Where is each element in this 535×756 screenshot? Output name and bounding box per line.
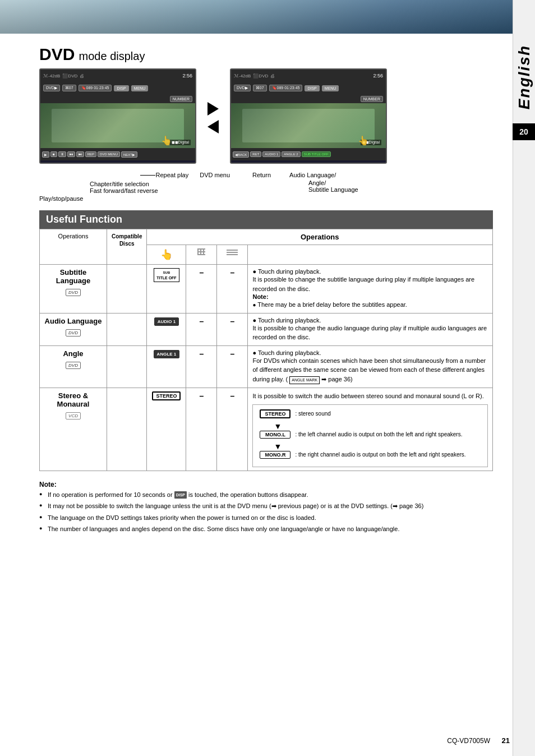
stereo-diagram-badge: STEREO	[260, 409, 290, 418]
screen1-number: NUMBER	[170, 96, 192, 102]
angle-function-name: Angle	[44, 349, 102, 358]
angle1-btn: ANGLE 1	[154, 350, 180, 358]
screen2-header: ℳ-42dB ⬛DVD 🖨 2:56	[231, 70, 386, 82]
table-row-angle: Angle DVD ANGLE 1 – – Touch during playb…	[40, 345, 493, 388]
note-bullet-3: The language on the DVD settings takes p…	[39, 513, 493, 523]
audio-touch-text: Touch during playback.	[252, 317, 488, 324]
monol-desc: : the left channel audio is output on bo…	[295, 431, 462, 439]
screen2-number-row: NUMBER	[231, 94, 386, 103]
screen1-disp-btn: DISP	[114, 85, 128, 91]
screen1-disc-icon: 🖨	[80, 73, 84, 79]
grid-icon	[197, 248, 205, 255]
section-title: DVD mode display	[39, 45, 493, 64]
audio-dvd-badge: DVD	[66, 329, 81, 336]
angle-description: For DVDs which contain scenes which have…	[252, 356, 488, 385]
stereo-op3: –	[217, 388, 248, 471]
angle-btn-container: ANGLE 1	[151, 349, 181, 358]
audio-description: It is possible to change the audio langu…	[252, 324, 488, 342]
operations-header-cell: Operations	[147, 229, 493, 245]
arrow-down-2: ▼	[274, 442, 481, 451]
audio-disc-badge: DVD	[44, 328, 102, 336]
audio-desc: Touch during playback. It is possible to…	[248, 313, 493, 345]
audio-compatible	[107, 313, 147, 345]
stereo-diagram-desc: : stereo sound	[295, 410, 330, 418]
subtitle-btn-container: SUB TITLE OFF	[151, 268, 181, 282]
subtitle-note-bullet: There may be a brief delay before the su…	[252, 300, 488, 310]
disp-inline-btn: DISP	[174, 491, 187, 499]
audio1-btn: AUDIO 1	[154, 317, 179, 326]
angle-mark: ANGLE MARK	[289, 376, 320, 385]
angle-dvd-badge: DVD	[66, 362, 81, 369]
arrow-container	[207, 102, 219, 133]
stereo-row-name: Stereo & Monaural VCD	[40, 388, 107, 471]
touch-indicator: 👆	[161, 135, 172, 146]
stereo-compatible	[107, 388, 147, 471]
monor-diagram-row: MONO.R : the right channel audio is outp…	[260, 451, 481, 459]
screen1-number-row: NUMBER	[40, 94, 195, 103]
right-sidebar: English 20	[513, 0, 535, 756]
screen2-dvd-btn: DVD▶	[234, 85, 251, 91]
subtitle-note-title: Note:	[252, 293, 488, 300]
footer-play: ▶	[42, 151, 49, 158]
screen1-menu-btn: MENU	[131, 85, 149, 91]
table-row-subtitle: Subtitle Language DVD SUB TITLE OFF – – …	[40, 265, 493, 314]
notes-section: Note: If no operation is performed for 1…	[39, 480, 493, 535]
screen1-stat2: ⬛DVD	[62, 73, 77, 79]
compatible-discs-label: CompatibleDiscs	[112, 233, 142, 247]
subtitle-desc: Touch during playback. It is possible to…	[248, 265, 493, 314]
useful-function-header: Useful Function	[39, 210, 493, 229]
angle-touch-text: Touch during playback.	[252, 349, 488, 356]
screen2-ret: RET	[250, 151, 261, 157]
subtitle-disc-badge: DVD	[44, 287, 102, 296]
stereo-function-name: Stereo & Monaural	[44, 391, 102, 408]
screen2-stat2: ⬛DVD	[253, 73, 268, 79]
note-bullet-1: If no operation is performed for 10 seco…	[39, 490, 493, 500]
label-area-right: Return Audio Language/ Angle/ Subtitle L…	[230, 169, 493, 202]
line1	[140, 175, 155, 176]
stereo-diagram: STEREO : stereo sound ▼ MONO.L : the lef…	[252, 404, 488, 467]
col-compatible-header: CompatibleDiscs	[107, 229, 147, 265]
angle-desc: Touch during playback. For DVDs which co…	[248, 345, 493, 388]
stereo-op1: STEREO	[147, 388, 186, 471]
subtitle-op2: –	[186, 265, 217, 314]
screen1-header: ℳ-42dB ⬛DVD 🖨 2:56	[40, 70, 195, 82]
stereo-desc: It is possible to switch the audio betwe…	[248, 388, 493, 471]
stereo-btn: STEREO	[152, 391, 181, 400]
touch-indicator2: 👆	[358, 135, 369, 146]
angle-label: Angle/	[308, 179, 493, 186]
return-label: Return Audio Language/	[252, 172, 493, 178]
arrow-down-1: ▼	[274, 422, 481, 431]
screen2-disc-icon: 🖨	[270, 73, 275, 79]
monol-diagram-row: MONO.L : the left channel audio is outpu…	[260, 431, 481, 439]
monol-badge: MONO.L	[260, 431, 290, 439]
repeat-play-label: Repeat play	[155, 172, 188, 178]
mode-display-label: mode display	[79, 50, 145, 62]
stereo-description: It is possible to switch the audio betwe…	[252, 391, 488, 401]
operations-header-text: Operations	[301, 233, 339, 241]
angle-op2: –	[186, 345, 217, 388]
play-stop-label: Play/stop/pause	[39, 195, 230, 202]
angle-compatible	[107, 345, 147, 388]
screen1-footer: ▶ ■ ⏸ ⏮ ⏭ REP DVD MENU NEXT▶ 👆	[40, 148, 195, 160]
stereo-diagram-row: STEREO : stereo sound	[260, 409, 481, 418]
product-code: CQ-VD7005W	[447, 737, 490, 745]
footer-rep: REP	[85, 151, 96, 157]
screen2-time-display: 🔖089 01:23:45	[269, 85, 303, 91]
subtitle-function-name: Subtitle Language	[44, 268, 102, 285]
screen2: ℳ-42dB ⬛DVD 🖨 2:56 DVD▶ ⌘07 🔖089 01:23:4…	[230, 68, 387, 164]
screen2-number: NUMBER	[361, 96, 383, 102]
page-number-box: 20	[513, 123, 535, 140]
function-table: Operations CompatibleDiscs Operations 👆	[39, 229, 493, 471]
subtitle-op1: SUB TITLE OFF	[147, 265, 186, 314]
subtitle-touch-text: Touch during playback.	[252, 268, 488, 275]
subtitle-lang-label: Subtitle Language	[308, 186, 493, 193]
subtitle-sub-text: SUB	[163, 271, 170, 274]
screen2-stat1: ℳ-42dB	[234, 73, 251, 79]
screenshots-row: ℳ-42dB ⬛DVD 🖨 2:56 DVD▶ ⌘07 🔖089 01:23:4…	[39, 68, 493, 164]
page-number-bottom: 21	[502, 736, 510, 745]
screen1-dvd-btn: DVD▶	[43, 85, 60, 91]
screen1-time: 2:56	[182, 73, 192, 79]
monor-desc: : the right channel audio is output on b…	[295, 451, 465, 459]
note-bullet-4: The number of languages and angles depen…	[39, 524, 493, 534]
footer-stop: ■	[50, 151, 57, 157]
